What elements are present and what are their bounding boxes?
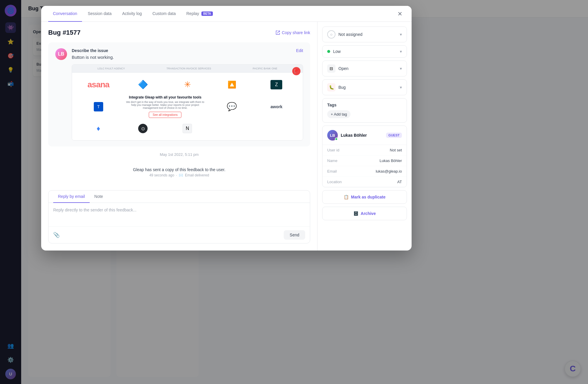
logo-slack: 💬	[213, 102, 251, 111]
name-label: Name	[327, 158, 338, 163]
user-id-label: User id	[327, 148, 339, 152]
logo-asterisk: ✳	[168, 80, 207, 89]
issue-text: Button is not working.	[72, 55, 303, 60]
logo-zendesk: Z	[257, 80, 296, 89]
modal-body: Bug #1577 Copy share link LB Describe th…	[41, 22, 412, 251]
status-item: ⊟ Open ▾	[322, 61, 407, 76]
reporter-avatar: LB	[55, 48, 67, 60]
edit-button[interactable]: Edit	[296, 48, 303, 53]
bug-title: Bug #1577	[48, 29, 81, 36]
cta-button[interactable]: See all integrations	[149, 112, 181, 118]
name-value: Lukas Böhler	[380, 158, 402, 163]
bug-title-row: Bug #1577 Copy share link	[48, 29, 310, 36]
logo-awork: awork	[257, 104, 296, 109]
status-chevron-icon: ▾	[400, 66, 402, 71]
priority-label: Low	[333, 49, 400, 54]
notification-sub: 49 seconds ago · ✉️ Email delivered	[54, 173, 304, 177]
add-tag-button[interactable]: + Add tag	[327, 110, 350, 118]
message-timestamp: May 1st 2022, 5:11 pm	[48, 152, 310, 157]
assignee-chevron-icon: ▾	[400, 32, 402, 37]
tab-custom-data[interactable]: Custom data	[148, 6, 180, 22]
user-id-row: User id Not set	[323, 145, 407, 156]
user-id-value: Not set	[390, 148, 402, 152]
status-icon: ⊟	[327, 64, 335, 73]
status-row[interactable]: ⊟ Open ▾	[323, 61, 407, 76]
type-item: 🐛 Bug ▾	[322, 79, 407, 95]
assignee-icon: ○	[327, 30, 335, 39]
tab-activity-log[interactable]: Activity log	[117, 6, 146, 22]
header-item-2: TRANSACTION INVOICE SERVICES	[166, 67, 211, 70]
reply-tabs: Reply by email Note	[49, 191, 310, 203]
logo-diamond: ♦	[79, 124, 118, 133]
reply-input-area[interactable]: Reply directly to the sender of this fee…	[49, 203, 310, 226]
beta-badge: BETA	[201, 11, 213, 16]
tab-session-data[interactable]: Session data	[83, 6, 116, 22]
logo-clickup: 🔼	[213, 81, 251, 89]
guest-badge: GUEST	[386, 133, 402, 138]
user-name: Lukas Böhler	[341, 133, 386, 138]
issue-label: Describe the issue Edit	[72, 48, 303, 53]
close-button[interactable]: ✕	[395, 9, 405, 19]
bug-detail-modal: Conversation Session data Activity log C…	[41, 6, 412, 251]
priority-dot-icon	[327, 50, 330, 53]
issue-content: Describe the issue Edit Button is not wo…	[72, 48, 303, 141]
user-email-row: Email lukas@gleap.io	[323, 166, 407, 177]
tags-section: Tags + Add tag	[322, 98, 407, 123]
assignee-row[interactable]: ○ Not assigned ▾	[323, 27, 407, 42]
type-label: Bug	[338, 85, 400, 90]
attach-button[interactable]: 📎	[53, 232, 60, 238]
bug-type-icon: 🐛	[327, 83, 335, 91]
status-label: Open	[338, 66, 400, 71]
type-row[interactable]: 🐛 Bug ▾	[323, 80, 407, 95]
modal-left-panel: Bug #1577 Copy share link LB Describe th…	[41, 22, 318, 251]
reply-tab-email[interactable]: Reply by email	[53, 191, 90, 203]
logo-trello: T	[79, 102, 118, 111]
issue-card: LB Describe the issue Edit Button is not…	[48, 42, 310, 146]
tab-conversation[interactable]: Conversation	[48, 6, 82, 22]
location-label: Location	[327, 180, 342, 184]
email-value: lukas@gleap.io	[376, 169, 402, 173]
header-item-3: PACIFIC BANK ONE	[253, 67, 277, 70]
tags-label: Tags	[327, 103, 402, 107]
header-item-1: LOLC FAULT AGENCY	[98, 67, 125, 70]
screenshot-flag: 🚩	[292, 67, 300, 75]
logo-asana: asana	[79, 80, 118, 89]
assignee-item: ○ Not assigned ▾	[322, 26, 407, 42]
logo-github: ⊙	[123, 124, 162, 133]
logo-teams: 🔷	[123, 80, 162, 89]
user-section: LB Lukas Böhler GUEST User id Not set Na…	[322, 126, 407, 187]
send-button[interactable]: Send	[284, 230, 305, 240]
modal-right-panel: ○ Not assigned ▾ Low ▾ ⊟ Open	[318, 22, 412, 251]
user-location-row: Location AT	[323, 177, 407, 187]
location-value: AT	[397, 180, 402, 184]
duplicate-icon: 📋	[344, 195, 349, 199]
logo-notion: N	[168, 124, 207, 133]
cta-box: Integrate Gleap with all your favourite …	[123, 95, 207, 118]
modal-tabs: Conversation Session data Activity log C…	[41, 6, 412, 22]
tab-replay[interactable]: Replay BETA	[182, 6, 218, 22]
archive-icon: 🗄️	[353, 211, 358, 216]
user-header: LB Lukas Böhler GUEST	[323, 126, 407, 145]
user-avatar: LB	[327, 130, 338, 141]
reply-tab-note[interactable]: Note	[90, 191, 108, 203]
share-link-button[interactable]: Copy share link	[275, 30, 310, 35]
email-label: Email	[327, 169, 337, 173]
reply-placeholder: Reply directly to the sender of this fee…	[53, 208, 136, 212]
type-chevron-icon: ▾	[400, 85, 402, 90]
screenshot-container: 🚩 LOLC FAULT AGENCY TRANSACTION INVOICE …	[72, 64, 303, 141]
notification-box: Gleap has sent a copy of this feedback t…	[48, 161, 310, 183]
assignee-label: Not assigned	[338, 32, 400, 37]
priority-row[interactable]: Low ▾	[323, 46, 407, 57]
notification-text: Gleap has sent a copy of this feedback t…	[54, 167, 304, 172]
mark-duplicate-button[interactable]: 📋 Mark as duplicate	[322, 190, 407, 204]
reply-footer: 📎 Send	[49, 226, 310, 243]
user-name-row: Name Lukas Böhler	[323, 156, 407, 166]
priority-item: Low ▾	[322, 45, 407, 58]
online-indicator	[335, 138, 338, 141]
priority-chevron-icon: ▾	[400, 49, 402, 54]
archive-button[interactable]: 🗄️ Archive	[322, 207, 407, 220]
reply-area: Reply by email Note Reply directly to th…	[48, 190, 310, 243]
